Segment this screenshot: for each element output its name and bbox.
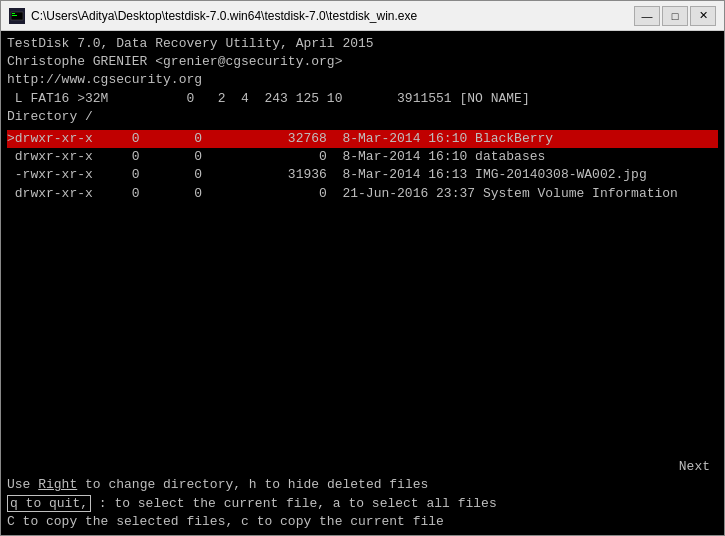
svg-rect-3 xyxy=(12,15,17,16)
hint-line-3: C to copy the selected files, c to copy … xyxy=(7,513,718,531)
q-quit-kbd: q to quit, xyxy=(7,495,91,512)
window-controls: — □ ✕ xyxy=(634,6,716,26)
close-button[interactable]: ✕ xyxy=(690,6,716,26)
terminal-area: TestDisk 7.0, Data Recovery Utility, Apr… xyxy=(1,31,724,535)
next-label: Next xyxy=(7,458,718,476)
selected-file-row[interactable]: >drwxr-xr-x 0 0 32768 8-Mar-2014 16:10 B… xyxy=(7,130,718,148)
terminal-spacer xyxy=(7,203,718,459)
minimize-button[interactable]: — xyxy=(634,6,660,26)
url-line: http://www.cgsecurity.org xyxy=(7,71,718,89)
right-key-label: Right xyxy=(38,477,77,492)
file-row-2: drwxr-xr-x 0 0 0 8-Mar-2014 16:10 databa… xyxy=(7,148,718,166)
hint2-post: : to select the current file, a to selec… xyxy=(91,496,497,511)
maximize-button[interactable]: □ xyxy=(662,6,688,26)
main-window: C:\Users\Aditya\Desktop\testdisk-7.0.win… xyxy=(0,0,725,536)
bottom-section: Next Use RightUse Right to change direct… xyxy=(7,458,718,531)
file-row-4: drwxr-xr-x 0 0 0 21-Jun-2016 23:37 Syste… xyxy=(7,185,718,203)
app-title-line: TestDisk 7.0, Data Recovery Utility, Apr… xyxy=(7,35,718,53)
hint-line-1: Use RightUse Right to change directory, … xyxy=(7,476,718,494)
partition-line: L FAT16 >32M 0 2 4 243 125 10 3911551 [N… xyxy=(7,90,718,108)
app-icon xyxy=(9,8,25,24)
title-bar-left: C:\Users\Aditya\Desktop\testdisk-7.0.win… xyxy=(9,8,417,24)
directory-line: Directory / xyxy=(7,108,718,126)
svg-rect-2 xyxy=(12,13,15,14)
file-row-3: -rwxr-xr-x 0 0 31936 8-Mar-2014 16:13 IM… xyxy=(7,166,718,184)
title-bar: C:\Users\Aditya\Desktop\testdisk-7.0.win… xyxy=(1,1,724,31)
author-line: Christophe GRENIER <grenier@cgsecurity.o… xyxy=(7,53,718,71)
hint-line-2: q to quit, : to select the current file,… xyxy=(7,495,718,513)
window-title: C:\Users\Aditya\Desktop\testdisk-7.0.win… xyxy=(31,9,417,23)
